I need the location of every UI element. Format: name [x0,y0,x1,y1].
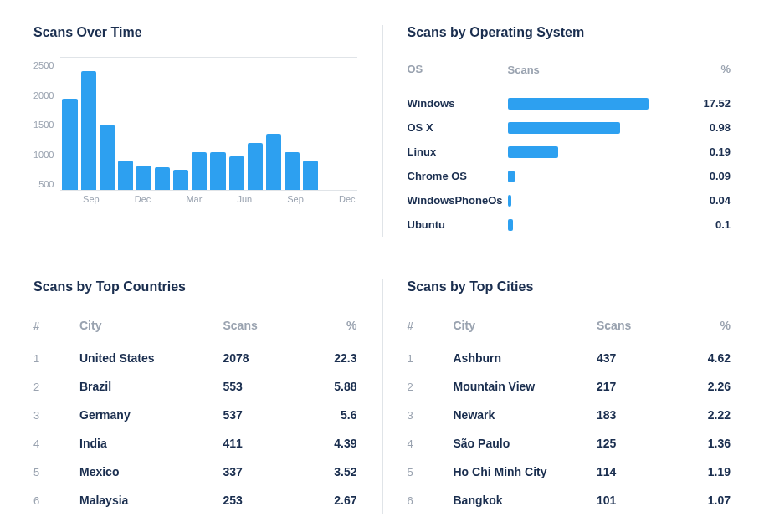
cell-name: Mexico [79,465,223,478]
panel-scans-by-os: Scans by Operating System OS Scans % Win… [382,17,731,245]
divider [33,258,731,258]
os-bar-wrap [508,98,690,110]
cell-rank: 2 [408,381,454,393]
os-bar [508,146,559,158]
cell-scans: 411 [223,437,307,450]
cell-scans: 183 [597,408,680,422]
table-row: 5Mexico3373.52 [33,458,357,486]
cell-name: Newark [454,408,597,422]
cell-rank: 4 [33,437,79,450]
table-row: 6Malaysia2532.67 [33,486,357,514]
countries-table-body: 1United States207822.32Brazil5535.883Ger… [33,344,357,514]
cell-pct: 3.52 [307,465,357,478]
cell-name: Germany [79,408,223,422]
panel-top-cities: Scans by Top Cities # City Scans % 1Ashb… [382,271,731,523]
cell-name: Bangkok [454,494,597,507]
cell-name: Ashburn [454,351,597,365]
x-tick [119,194,131,204]
cell-pct: 2.22 [680,408,731,422]
os-name: OS X [408,121,508,134]
os-pct: 0.1 [689,218,731,231]
cell-scans: 125 [597,437,680,450]
chart-bar [81,71,96,190]
x-tick: Jun [237,194,252,204]
table-row: 2Mountain View2172.26 [408,372,731,401]
x-tick [307,194,320,204]
col-pct: % [307,319,357,332]
os-pct: 0.98 [689,121,731,134]
os-row: Ubuntu0.1 [408,212,731,237]
x-tick: Dec [135,194,151,204]
os-bar-wrap [508,146,690,158]
cell-scans: 537 [223,408,307,422]
panel-title-top-cities: Scans by Top Cities [408,279,731,294]
table-row: 1Ashburn4374.62 [408,344,731,372]
table-row: 6Bangkok1011.07 [408,486,731,514]
os-row: OS X0.98 [408,115,731,140]
table-row: 4India4114.39 [33,429,357,458]
y-tick: 500 [38,179,54,189]
os-name: Linux [408,146,508,158]
panel-top-countries: Scans by Top Countries # City Scans % 1U… [33,271,382,523]
x-tick [205,194,218,204]
cell-rank: 1 [33,352,79,365]
os-name: Ubuntu [408,218,508,231]
os-bar [508,122,620,134]
table-row: 5Ho Chi Minh City1141.19 [408,458,731,486]
os-row: Windows17.52 [408,91,731,115]
cell-scans: 253 [223,494,307,507]
cell-scans: 114 [597,465,680,478]
col-pct: % [680,319,731,332]
panel-title-top-countries: Scans by Top Countries [33,279,357,294]
os-header-pct: % [689,63,731,75]
x-tick [67,194,79,204]
cell-rank: 2 [33,381,79,393]
x-tick [170,194,182,204]
cell-pct: 2.26 [680,380,731,393]
table-row: 4São Paulo1251.36 [408,429,731,458]
x-tick [221,194,233,204]
cell-rank: 6 [408,494,454,507]
os-bar [508,171,515,182]
panel-title-scans-by-os: Scans by Operating System [408,25,731,40]
os-bar [508,195,511,207]
os-bar-wrap [508,122,690,134]
chart-bar [303,161,318,190]
os-row: Linux0.19 [408,140,731,164]
col-name: City [79,319,223,332]
cell-pct: 5.88 [307,380,357,393]
chart-bar [118,161,133,190]
cell-scans: 437 [597,351,680,365]
cell-scans: 217 [597,380,680,393]
chart-bar [192,152,207,191]
cell-name: Malaysia [79,494,223,507]
cell-name: India [79,437,223,450]
chart-bars [60,57,356,191]
chart-bar [155,167,170,190]
y-tick: 1500 [33,120,54,130]
os-bar [508,98,649,110]
os-pct: 17.52 [689,97,731,110]
countries-table-header: # City Scans % [33,311,357,344]
cell-rank: 6 [33,494,79,507]
panel-title-scans-over-time: Scans Over Time [33,25,357,40]
chart-bar [210,152,225,191]
x-tick [323,194,336,204]
x-tick: Dec [339,194,356,204]
y-tick: 1000 [33,150,54,160]
cell-name: Ho Chi Minh City [454,465,597,478]
os-bar-wrap [508,195,690,207]
chart-bar [248,143,263,190]
table-row: 1United States207822.3 [33,344,357,372]
panel-scans-over-time: Scans Over Time 2500200015001000500 SepD… [33,17,382,245]
table-row: 3Germany5375.6 [33,401,357,429]
x-tick [103,194,115,204]
cell-pct: 2.67 [307,494,357,507]
table-row: 2Brazil5535.88 [33,372,357,401]
cell-pct: 4.62 [680,351,731,365]
cell-scans: 101 [597,494,680,507]
cell-pct: 4.39 [307,437,357,450]
os-row: Chrome OS0.09 [408,164,731,188]
cell-scans: 553 [223,380,307,393]
col-rank: # [408,320,454,332]
